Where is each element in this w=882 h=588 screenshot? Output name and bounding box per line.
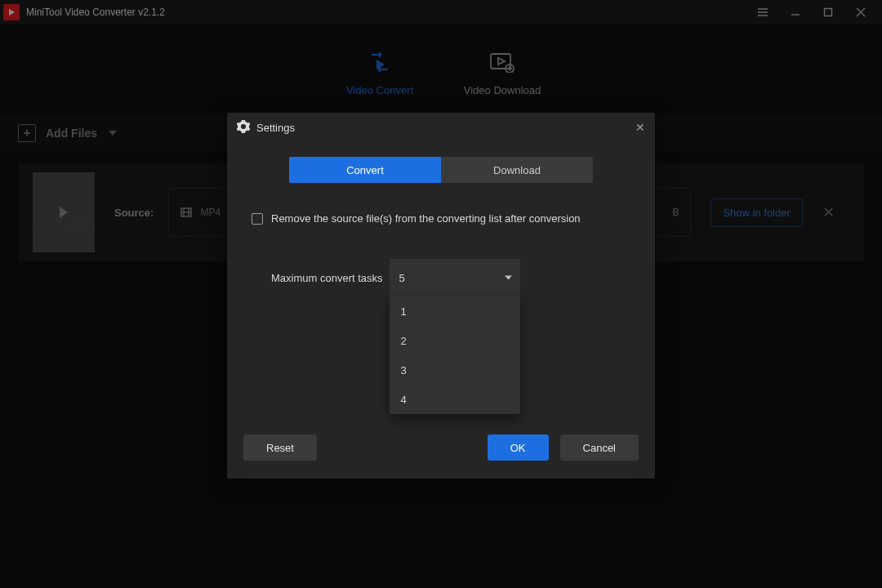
option-3[interactable]: 3 [390, 355, 520, 385]
settings-title: Settings [256, 122, 295, 134]
settings-dialog: Settings ✕ Convert Download Remove the s… [227, 113, 655, 479]
gear-icon [237, 120, 250, 136]
option-1[interactable]: 1 [390, 296, 520, 326]
max-tasks-dropdown: 1 2 3 4 [390, 296, 520, 414]
max-tasks-select[interactable]: 5 1 2 3 4 [390, 259, 520, 296]
close-settings-button[interactable]: ✕ [635, 121, 645, 134]
cancel-button[interactable]: Cancel [560, 434, 639, 461]
option-2[interactable]: 2 [390, 326, 520, 355]
settings-tab-download[interactable]: Download [441, 157, 593, 183]
option-4[interactable]: 4 [390, 385, 520, 414]
remove-source-checkbox-row[interactable]: Remove the source file(s) from the conve… [252, 212, 630, 225]
reset-button[interactable]: Reset [243, 434, 317, 461]
remove-source-label: Remove the source file(s) from the conve… [271, 212, 581, 225]
ok-button[interactable]: OK [488, 434, 549, 461]
settings-tab-convert[interactable]: Convert [289, 157, 441, 183]
checkbox-icon [252, 213, 263, 225]
max-tasks-current: 5 [399, 272, 405, 284]
svg-marker-8 [505, 276, 512, 280]
settings-tabs: Convert Download [289, 157, 593, 183]
caret-down-icon [505, 272, 512, 284]
max-tasks-label: Maximum convert tasks [271, 272, 383, 284]
